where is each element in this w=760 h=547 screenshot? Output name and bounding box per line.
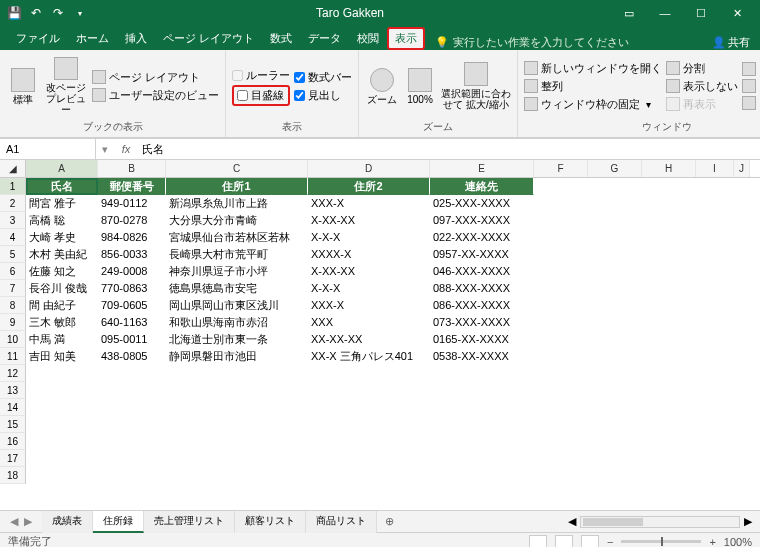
cell[interactable]: 高橋 聡 — [26, 212, 98, 229]
zoom-button[interactable]: ズーム — [365, 57, 399, 115]
share-button[interactable]: 👤共有 — [712, 35, 750, 50]
cell[interactable]: 連絡先 — [430, 178, 534, 195]
cell[interactable] — [588, 382, 642, 399]
cell[interactable] — [734, 382, 750, 399]
cell[interactable] — [642, 450, 696, 467]
cell[interactable] — [166, 399, 308, 416]
cell[interactable] — [98, 382, 166, 399]
cell[interactable] — [534, 416, 588, 433]
headings-checkbox[interactable]: 見出し — [294, 88, 352, 103]
sheet-tab[interactable]: 顧客リスト — [235, 511, 306, 533]
cell[interactable] — [534, 365, 588, 382]
row-header[interactable]: 15 — [0, 416, 26, 433]
cell[interactable] — [26, 450, 98, 467]
ruler-checkbox[interactable]: ルーラー — [232, 68, 290, 83]
col-header-D[interactable]: D — [308, 160, 430, 177]
cell[interactable] — [588, 365, 642, 382]
cell[interactable] — [166, 450, 308, 467]
cell[interactable] — [430, 416, 534, 433]
cell[interactable] — [430, 365, 534, 382]
cell[interactable] — [642, 348, 696, 365]
cell[interactable]: 0957-XX-XXXX — [430, 246, 534, 263]
sheet-nav-prev-icon[interactable]: ◀ — [10, 515, 18, 528]
select-all[interactable]: ◢ — [0, 160, 26, 177]
hscroll-left-icon[interactable]: ◀ — [568, 515, 576, 528]
sheet-tab[interactable]: 住所録 — [93, 511, 144, 533]
cell[interactable] — [166, 433, 308, 450]
cell[interactable]: 086-XXX-XXXX — [430, 297, 534, 314]
cell[interactable] — [588, 433, 642, 450]
tab-formulas[interactable]: 数式 — [262, 27, 300, 50]
cell[interactable]: 0538-XX-XXXX — [430, 348, 534, 365]
horizontal-scrollbar[interactable] — [580, 516, 740, 528]
tab-file[interactable]: ファイル — [8, 27, 68, 50]
cell[interactable] — [642, 314, 696, 331]
cell[interactable] — [642, 229, 696, 246]
cell[interactable]: XX-XX-XX — [308, 331, 430, 348]
cell[interactable] — [696, 382, 734, 399]
cell[interactable] — [734, 246, 750, 263]
custom-views-button[interactable]: ユーザー設定のビュー — [92, 88, 219, 103]
cell[interactable] — [308, 433, 430, 450]
cell[interactable]: 025-XXX-XXXX — [430, 195, 534, 212]
cell[interactable] — [534, 195, 588, 212]
cell[interactable]: 長谷川 俊哉 — [26, 280, 98, 297]
zoom-in-icon[interactable]: + — [709, 536, 715, 548]
cell[interactable] — [534, 263, 588, 280]
cell[interactable]: 間 由紀子 — [26, 297, 98, 314]
cell[interactable] — [308, 382, 430, 399]
cell[interactable] — [588, 246, 642, 263]
row-header[interactable]: 17 — [0, 450, 26, 467]
cell[interactable] — [98, 450, 166, 467]
cell[interactable] — [696, 263, 734, 280]
cell[interactable] — [98, 433, 166, 450]
col-header-J[interactable]: J — [734, 160, 750, 177]
cell[interactable] — [642, 178, 696, 195]
cell[interactable] — [98, 416, 166, 433]
cell[interactable] — [696, 416, 734, 433]
cell[interactable]: XXX-X — [308, 195, 430, 212]
maximize-button[interactable]: ☐ — [684, 1, 718, 25]
cell[interactable] — [696, 433, 734, 450]
cell[interactable] — [642, 331, 696, 348]
row-header[interactable]: 8 — [0, 297, 26, 314]
page-break-view-icon[interactable] — [581, 535, 599, 548]
cell[interactable] — [696, 365, 734, 382]
formula-bar-checkbox[interactable]: 数式バー — [294, 70, 352, 85]
cell[interactable]: 木村 美由紀 — [26, 246, 98, 263]
cell[interactable]: 三木 敏郎 — [26, 314, 98, 331]
cell[interactable]: 中馬 満 — [26, 331, 98, 348]
cell[interactable] — [534, 467, 588, 484]
cell[interactable] — [534, 297, 588, 314]
zoom-out-icon[interactable]: − — [607, 536, 613, 548]
cell[interactable]: 984-0826 — [98, 229, 166, 246]
cell[interactable] — [430, 382, 534, 399]
cell[interactable] — [534, 246, 588, 263]
cell[interactable]: 073-XXX-XXXX — [430, 314, 534, 331]
cell[interactable] — [696, 297, 734, 314]
cell[interactable] — [430, 399, 534, 416]
row-header[interactable]: 11 — [0, 348, 26, 365]
row-header[interactable]: 6 — [0, 263, 26, 280]
cell[interactable] — [734, 450, 750, 467]
cell[interactable]: 長崎県大村市荒平町 — [166, 246, 308, 263]
cell[interactable] — [588, 297, 642, 314]
cell[interactable] — [642, 399, 696, 416]
cell[interactable] — [166, 416, 308, 433]
cell[interactable] — [534, 399, 588, 416]
cell[interactable] — [696, 450, 734, 467]
cell[interactable] — [734, 229, 750, 246]
split-button[interactable]: 分割 — [666, 61, 738, 76]
row-header[interactable]: 3 — [0, 212, 26, 229]
cell[interactable] — [588, 195, 642, 212]
cell[interactable] — [26, 416, 98, 433]
cell[interactable]: 間宮 雅子 — [26, 195, 98, 212]
cell[interactable] — [642, 280, 696, 297]
cell[interactable] — [534, 382, 588, 399]
cell[interactable] — [534, 212, 588, 229]
tab-home[interactable]: ホーム — [68, 27, 117, 50]
row-header[interactable]: 9 — [0, 314, 26, 331]
save-icon[interactable]: 💾 — [6, 5, 22, 21]
tab-review[interactable]: 校閲 — [349, 27, 387, 50]
new-window-button[interactable]: 新しいウィンドウを開く — [524, 61, 662, 76]
